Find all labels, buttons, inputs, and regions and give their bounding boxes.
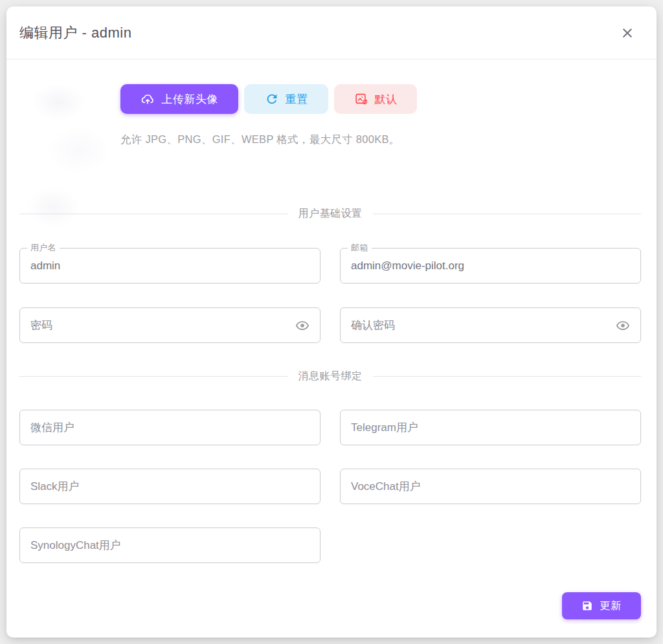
edit-user-dialog: 编辑用户 - admin 上传新头像 [6, 6, 657, 638]
username-input[interactable] [19, 248, 320, 283]
close-icon [620, 25, 635, 41]
basic-settings-grid: 用户名 邮箱 [19, 248, 641, 343]
cloud-upload-icon [140, 92, 155, 106]
dialog-title: 编辑用户 - admin [19, 23, 131, 43]
confirm-password-input[interactable] [340, 307, 641, 343]
default-avatar-label: 默认 [375, 92, 398, 107]
confirm-password-visibility-toggle[interactable] [614, 316, 632, 335]
synologychat-field [19, 527, 320, 563]
confirm-password-field [340, 307, 641, 343]
close-button[interactable] [616, 22, 638, 44]
section-title-basic: 用户基础设置 [298, 207, 363, 221]
dialog-footer: 更新 [19, 592, 641, 619]
update-button-label: 更新 [600, 599, 622, 613]
reset-avatar-label: 重置 [286, 92, 308, 107]
upload-avatar-button[interactable]: 上传新头像 [120, 84, 238, 114]
avatar-actions: 上传新头像 重置 [120, 84, 641, 147]
messaging-grid [19, 410, 641, 563]
reset-avatar-button[interactable]: 重置 [244, 84, 328, 114]
section-divider-basic: 用户基础设置 [19, 207, 641, 221]
section-title-messaging: 消息账号绑定 [298, 370, 363, 383]
slack-input[interactable] [19, 469, 320, 504]
save-icon [581, 600, 593, 612]
password-visibility-toggle[interactable] [293, 316, 311, 335]
vocechat-input[interactable] [340, 469, 641, 504]
password-input[interactable] [19, 307, 320, 343]
wechat-field [19, 410, 320, 445]
update-button[interactable]: 更新 [562, 592, 641, 619]
image-sync-icon [354, 92, 368, 106]
email-input[interactable] [340, 248, 641, 283]
username-field: 用户名 [19, 248, 320, 283]
email-label: 邮箱 [348, 242, 372, 254]
section-divider-messaging: 消息账号绑定 [19, 370, 641, 383]
upload-avatar-label: 上传新头像 [161, 92, 218, 107]
username-label: 用户名 [27, 242, 60, 254]
synologychat-input[interactable] [19, 527, 320, 563]
telegram-input[interactable] [340, 410, 641, 445]
telegram-field [340, 410, 641, 445]
wechat-input[interactable] [19, 410, 320, 445]
dialog-header: 编辑用户 - admin [6, 6, 657, 60]
default-avatar-button[interactable]: 默认 [334, 84, 417, 114]
eye-outline-icon [616, 318, 630, 333]
avatar-hint-text: 允许 JPG、PNG、GIF、WEBP 格式，最大尺寸 800KB。 [120, 133, 641, 147]
slack-field [19, 469, 320, 504]
password-field [19, 307, 320, 343]
dialog-body: 上传新头像 重置 [6, 60, 657, 638]
email-field: 邮箱 [340, 248, 641, 283]
refresh-icon [265, 92, 279, 106]
eye-outline-icon [295, 318, 309, 333]
vocechat-field [340, 469, 641, 504]
